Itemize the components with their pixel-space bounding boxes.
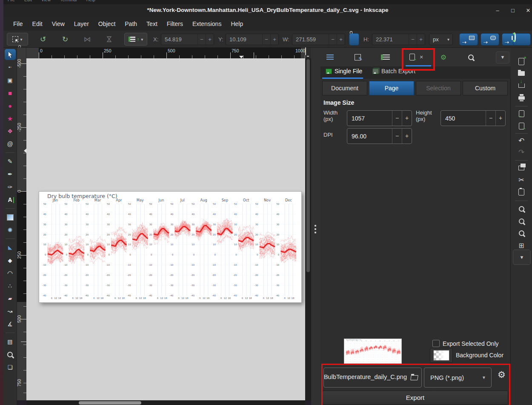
vertical-ruler[interactable]: -500-2500250500750 [17, 58, 26, 400]
height-decrement[interactable]: − [486, 111, 495, 126]
titlebar[interactable]: *New.York-Downtown.Manhattan.Heli_USA_Dr… [3, 4, 532, 17]
lock-ratio-button[interactable] [349, 33, 359, 46]
menu-object[interactable]: Object [94, 19, 120, 29]
menu-extensions[interactable]: Extensions [188, 19, 226, 29]
x-increment[interactable]: + [206, 34, 214, 45]
calligraphy-tool[interactable]: ✑ [5, 181, 16, 192]
node-tool[interactable]: ▪▫ [5, 62, 16, 73]
menu-path[interactable]: Path [120, 19, 142, 29]
pen-tool[interactable]: ✒ [5, 169, 16, 180]
cut-icon[interactable]: ✂ [511, 174, 532, 185]
snap-master-toggle[interactable] [513, 33, 531, 46]
flip-horizontal-icon[interactable]: ⋈ [82, 33, 93, 46]
zoom-tool[interactable] [5, 349, 16, 360]
height-increment[interactable]: + [495, 111, 505, 126]
export-width-input[interactable]: 1057 − + [347, 110, 412, 126]
pages-tool[interactable]: ❏ [5, 362, 16, 373]
menu-help[interactable]: Help [226, 19, 248, 29]
import-document-icon[interactable]: → [511, 108, 532, 119]
tweak-tool[interactable]: ◠ [5, 267, 16, 279]
shape-builder-tool[interactable]: ▣ [5, 75, 16, 86]
export-document-icon[interactable]: → [511, 121, 532, 132]
dpi-input[interactable]: 96.00 − + [347, 128, 412, 144]
fill-stroke-panel-icon[interactable] [352, 51, 363, 63]
duplicate-icon[interactable] [511, 162, 532, 173]
eraser-tool[interactable]: ▰ [5, 293, 16, 304]
ellipse-tool[interactable]: ● [5, 100, 16, 111]
dropper-tool[interactable]: ◣ [5, 242, 16, 253]
dpi-decrement[interactable]: − [392, 129, 402, 144]
export-panel-icon[interactable]: → [407, 51, 417, 63]
menu-filters[interactable]: Filters [162, 19, 188, 29]
commands-bar-more-button[interactable]: ▼ [513, 250, 531, 265]
vertical-scrollbar-thumb[interactable] [306, 59, 310, 272]
preferences-panel-icon[interactable]: ⚙ [438, 51, 449, 63]
menu-text[interactable]: Text [142, 19, 162, 29]
export-filename-input[interactable]: BulbTemperature_daily_C.png [323, 368, 422, 388]
canvas[interactable]: Dry bulb temperature (°C)Jan50403020100-… [26, 58, 305, 400]
export-format-dropdown[interactable]: PNG (*.png) ▼ [424, 368, 492, 388]
x-input[interactable]: 54.819 − + [161, 34, 214, 45]
align-panel-icon[interactable] [380, 51, 390, 63]
undo-icon[interactable]: ↶ [511, 135, 532, 146]
box3d-tool[interactable]: ❖ [5, 126, 16, 137]
zoom-drawing-icon[interactable] [511, 215, 532, 227]
width-decrement[interactable]: − [392, 111, 402, 126]
export-settings-gear-button[interactable]: ⚙ [495, 370, 509, 380]
y-input[interactable]: 10.109 − + [226, 34, 279, 45]
selection-mode-button[interactable]: ▾ [7, 33, 28, 46]
snap-nodes-toggle[interactable]: ⇢ [481, 33, 499, 46]
width-increment[interactable]: + [402, 111, 412, 126]
height-input[interactable]: 22.371 − + [372, 34, 425, 45]
area-button-custom[interactable]: Custom [463, 81, 508, 95]
measure-tool[interactable]: ∡ [5, 319, 16, 330]
h-decrement[interactable]: − [409, 34, 417, 45]
close-button[interactable]: ✕ [523, 6, 532, 15]
mesh-tool[interactable]: ✺ [5, 224, 16, 236]
area-button-page[interactable]: Page [369, 81, 414, 95]
width-input[interactable]: 271.559 − + [292, 34, 345, 45]
menu-layer[interactable]: Layer [69, 19, 94, 29]
background-color-button[interactable] [430, 348, 453, 363]
open-document-icon[interactable] [511, 68, 532, 79]
print-icon[interactable] [511, 92, 532, 103]
minimize-button[interactable]: – [493, 6, 502, 15]
z-order-button[interactable]: ↑ ▾ [124, 33, 147, 46]
paint-bucket-tool[interactable]: ◆ [5, 255, 16, 266]
w-decrement[interactable]: − [329, 34, 337, 45]
menu-edit[interactable]: Edit [28, 19, 47, 29]
new-document-icon[interactable]: ✶ [511, 56, 532, 67]
y-increment[interactable]: + [270, 34, 278, 45]
snap-bbox-toggle[interactable]: ⇢ [459, 33, 478, 46]
redo-icon[interactable]: ↷ [511, 146, 532, 158]
gradient-tool[interactable] [5, 212, 16, 223]
ruler-corner[interactable] [17, 48, 26, 58]
rotate-cw-icon[interactable]: ↻ [60, 33, 71, 46]
export-button[interactable]: Export [322, 391, 508, 405]
splitter-handle[interactable] [315, 225, 316, 233]
selector-tool[interactable] [5, 49, 16, 60]
dock-options-button[interactable]: ▼ [496, 52, 509, 63]
zoom-page-icon[interactable] [511, 227, 532, 238]
page-tool[interactable]: ▤ [5, 336, 16, 347]
horizontal-scrollbar-thumb[interactable] [79, 401, 141, 405]
star-tool[interactable]: ★ [5, 113, 16, 124]
folder-open-icon[interactable] [410, 375, 418, 380]
export-selected-checkbox[interactable] [432, 340, 440, 347]
objects-panel-icon[interactable] [325, 51, 335, 63]
text-tool[interactable]: A [5, 194, 16, 205]
save-document-icon[interactable] [511, 80, 532, 91]
horizontal-scrollbar[interactable] [26, 400, 305, 405]
spray-tool[interactable]: ∴ [5, 280, 16, 291]
document-page[interactable]: Dry bulb temperature (°C)Jan50403020100-… [39, 191, 302, 303]
export-height-input[interactable]: 450 − + [440, 110, 506, 126]
maximize-button[interactable]: □ [508, 6, 518, 15]
pencil-tool[interactable]: ✎ [5, 156, 16, 167]
h-increment[interactable]: + [417, 34, 425, 45]
menu-file[interactable]: File [9, 19, 28, 29]
connector-tool[interactable]: ↝ [5, 306, 16, 317]
menu-view[interactable]: View [47, 19, 69, 29]
rotate-ccw-icon[interactable]: ↺ [37, 33, 49, 46]
rectangle-tool[interactable]: ■ [5, 87, 16, 98]
zoom-selection-icon[interactable] [511, 203, 532, 214]
